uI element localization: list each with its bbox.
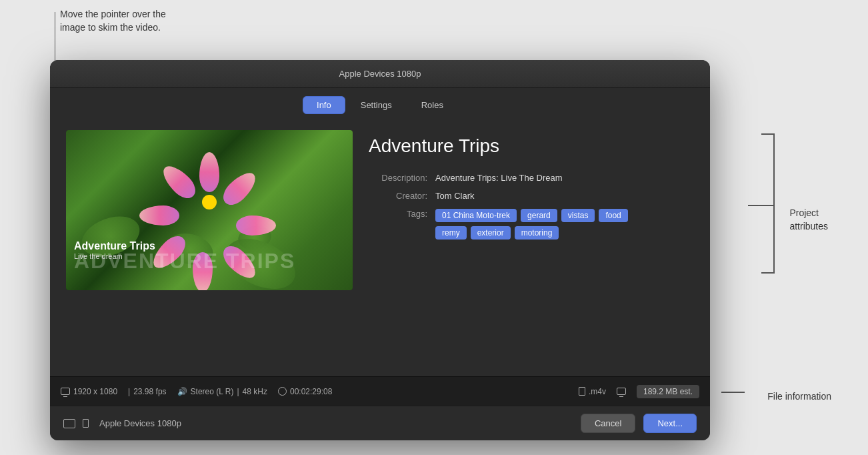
tabs-bar: Info Settings Roles (50, 88, 710, 119)
lotus-flower (183, 175, 236, 229)
duration-item: 00:02:29:08 (278, 387, 332, 396)
video-thumbnail[interactable]: ADVENTURE TRIPS Adventure Trips Live the… (66, 130, 353, 290)
tags-label: Tags: (369, 209, 435, 240)
description-row: Description: Adventure Trips: Live The D… (369, 173, 694, 183)
title-bar: Apple Devices 1080p (50, 60, 710, 88)
video-background: ADVENTURE TRIPS Adventure Trips Live the… (66, 130, 353, 290)
tooltip-annotation: Move the pointer over theimage to skim t… (60, 8, 166, 34)
petal-7 (139, 205, 179, 225)
file-icon (579, 387, 585, 396)
tooltip-text: Move the pointer over theimage to skim t… (60, 9, 166, 33)
file-size-badge: 189.2 MB est. (637, 385, 699, 398)
resolution-value: 1920 x 1080 (73, 387, 117, 396)
petal-8 (158, 161, 201, 203)
tag-3[interactable]: food (599, 209, 627, 222)
sample-rate-value: 48 kHz (243, 387, 267, 396)
audio-item: 🔊 Stereo (L R) | 48 kHz (177, 387, 267, 396)
project-attributes-label: Projectattributes (789, 207, 828, 233)
tag-0[interactable]: 01 China Moto-trek (435, 209, 517, 222)
resolution-item: 1920 x 1080 (61, 387, 117, 396)
video-overlay: Adventure Trips Live the dream (74, 240, 155, 260)
description-label: Description: (369, 173, 435, 183)
petal-center (202, 195, 217, 209)
tab-settings[interactable]: Settings (347, 96, 406, 114)
fps-value: 23.98 fps (133, 387, 166, 396)
clock-icon (278, 387, 287, 396)
next-button[interactable]: Next... (643, 414, 697, 433)
tag-6[interactable]: motoring (515, 226, 559, 240)
tag-5[interactable]: exterior (471, 226, 511, 240)
tag-4[interactable]: remy (435, 226, 467, 240)
monitor-item-2 (617, 388, 626, 395)
video-main-title: Adventure Trips (74, 240, 155, 252)
audio-value: Stereo (L R) (191, 387, 234, 396)
creator-row: Creator: Tom Clark (369, 191, 694, 201)
bottom-bar: Apple Devices 1080p Cancel Next... (50, 406, 710, 440)
creator-value: Tom Clark (435, 191, 475, 201)
content-area: ADVENTURE TRIPS Adventure Trips Live the… (50, 119, 710, 376)
device-label: Apple Devices 1080p (99, 418, 181, 428)
device-icon-area: Apple Devices 1080p (63, 418, 181, 428)
device-icon (63, 419, 75, 428)
project-attributes-line (748, 205, 775, 206)
format-value: .m4v (589, 387, 606, 396)
speaker-icon: 🔊 (177, 387, 187, 396)
tags-container: 01 China Moto-trek gerard vistas food re… (435, 209, 649, 240)
project-title: Adventure Trips (369, 135, 694, 157)
small-device-icon (83, 419, 89, 428)
pipe-sep-2: | (237, 387, 239, 396)
dialog-title: Apple Devices 1080p (339, 69, 421, 79)
pipe-sep-1: | (128, 387, 130, 396)
cancel-button[interactable]: Cancel (581, 414, 635, 433)
project-attributes-brace (761, 133, 775, 274)
monitor-icon (61, 388, 70, 395)
tag-2[interactable]: vistas (561, 209, 595, 222)
status-bar: 1920 x 1080 | 23.98 fps 🔊 Stereo (L R) |… (50, 376, 710, 406)
tab-info[interactable]: Info (303, 96, 345, 114)
video-subtitle: Live the dream (74, 252, 155, 260)
tag-1[interactable]: gerard (521, 209, 557, 222)
tab-roles[interactable]: Roles (407, 96, 457, 114)
petal-2 (219, 167, 261, 210)
monitor-icon-2 (617, 388, 626, 395)
format-item: .m4v (579, 387, 606, 396)
description-value: Adventure Trips: Live The Dream (435, 173, 563, 183)
fps-item: | 23.98 fps (128, 387, 167, 396)
petal-1 (199, 152, 219, 192)
duration-value: 00:02:29:08 (290, 387, 332, 396)
file-info-line (721, 392, 745, 393)
file-info-label: File information (767, 391, 831, 402)
info-panel: Adventure Trips Description: Adventure T… (369, 130, 694, 366)
tags-row: Tags: 01 China Moto-trek gerard vistas f… (369, 209, 694, 240)
creator-label: Creator: (369, 191, 435, 201)
main-dialog: Apple Devices 1080p Info Settings Roles (50, 60, 710, 440)
